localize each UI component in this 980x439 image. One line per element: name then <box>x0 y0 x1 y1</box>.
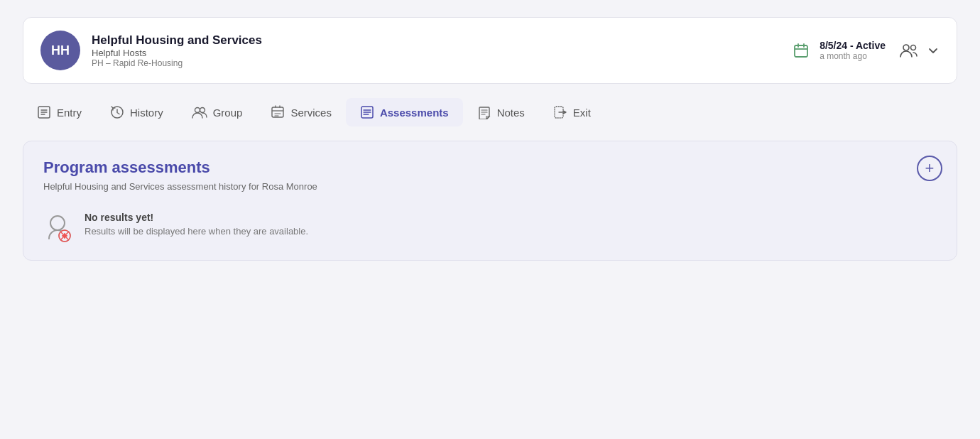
avatar: HH <box>40 31 80 70</box>
nav-tabs: Entry History <box>23 98 957 126</box>
tab-exit[interactable]: Exit <box>539 98 605 126</box>
exit-icon <box>553 105 567 119</box>
svg-rect-0 <box>795 45 807 57</box>
entry-icon <box>37 105 51 119</box>
chevron-down-icon[interactable] <box>927 44 940 57</box>
tab-services-label: Services <box>290 107 332 119</box>
no-results-subtitle: Results will be displayed here when they… <box>85 226 308 237</box>
people-icon[interactable] <box>897 40 921 61</box>
tab-history-label: History <box>130 107 163 119</box>
tab-assessments[interactable]: Assessments <box>346 98 463 126</box>
header-card: HH Helpful Housing and Services Helpful … <box>23 17 957 84</box>
tab-entry-label: Entry <box>57 107 82 119</box>
no-results-text: No results yet! Results will be displaye… <box>85 212 308 237</box>
group-icon <box>192 106 207 119</box>
tab-history[interactable]: History <box>96 98 178 126</box>
header-actions <box>897 40 940 61</box>
tab-notes-label: Notes <box>497 107 525 119</box>
assessments-icon <box>360 105 374 119</box>
tab-assessments-label: Assessments <box>380 107 449 119</box>
svg-point-1 <box>903 45 909 50</box>
org-info: Helpful Housing and Services Helpful Hos… <box>92 33 756 68</box>
tab-group[interactable]: Group <box>178 99 257 126</box>
tab-entry[interactable]: Entry <box>23 98 96 126</box>
svg-point-2 <box>911 45 916 50</box>
tab-notes[interactable]: Notes <box>463 98 539 126</box>
tab-services[interactable]: Services <box>256 98 346 126</box>
calendar-icon <box>790 39 812 62</box>
section-subtitle: Helpful Housing and Services assessment … <box>43 181 937 192</box>
content-card: Program assessments Helpful Housing and … <box>23 141 957 261</box>
status-text: 8/5/24 - Active a month ago <box>820 40 886 61</box>
status-ago: a month ago <box>820 51 886 61</box>
add-assessment-button[interactable]: + <box>917 156 942 181</box>
svg-point-9 <box>50 216 65 230</box>
no-results-icon <box>43 212 75 243</box>
tab-group-label: Group <box>213 107 243 119</box>
no-results-title: No results yet! <box>85 212 308 223</box>
notes-icon <box>477 105 491 119</box>
svg-point-5 <box>200 108 205 113</box>
status-date: 8/5/24 - Active <box>820 40 886 51</box>
status-info: 8/5/24 - Active a month ago <box>790 39 886 62</box>
svg-point-4 <box>195 108 200 113</box>
history-icon <box>110 105 124 119</box>
org-name: Helpful Housing and Services <box>92 33 756 48</box>
services-icon <box>271 105 285 119</box>
section-title: Program assessments <box>43 158 937 177</box>
org-type: PH – Rapid Re-Housing <box>92 58 756 68</box>
no-results-container: No results yet! Results will be displaye… <box>43 212 937 243</box>
tab-exit-label: Exit <box>573 107 591 119</box>
org-sub: Helpful Hosts <box>92 48 756 58</box>
